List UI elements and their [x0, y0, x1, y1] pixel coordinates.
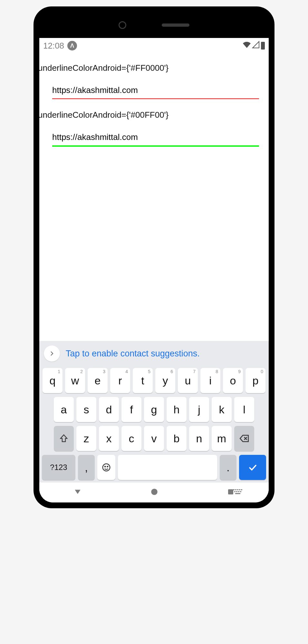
key-x[interactable]: x [99, 426, 119, 451]
svg-rect-10 [234, 491, 236, 492]
key-s[interactable]: s [76, 397, 96, 422]
symbols-key[interactable]: ?123 [42, 455, 75, 480]
key-k[interactable]: k [212, 397, 232, 422]
enter-key[interactable] [239, 455, 266, 480]
speaker-grill [162, 23, 189, 27]
chevron-right-icon[interactable] [44, 345, 60, 362]
text-input-green[interactable] [52, 129, 259, 145]
key-w[interactable]: w2 [65, 368, 85, 393]
suggestion-bar[interactable]: Tap to enable contact suggestions. [39, 341, 269, 366]
svg-rect-8 [239, 489, 240, 490]
keyboard-switch-icon[interactable] [233, 488, 243, 497]
camera-icon [119, 21, 126, 29]
keyboard: Tap to enable contact suggestions. q1w2e… [39, 341, 269, 483]
battery-icon [261, 42, 265, 50]
label-underline-green: underlineColorAndroid={'#00FF00'} [39, 110, 269, 120]
svg-point-0 [103, 464, 110, 471]
svg-point-2 [107, 466, 108, 467]
suggestion-text[interactable]: Tap to enable contact suggestions. [66, 349, 200, 359]
emoji-key[interactable] [97, 455, 115, 480]
phone-inner: 12:08 Λ underlineColorAndroid={'#FF0000'… [39, 12, 269, 502]
key-n[interactable]: n [189, 426, 209, 451]
key-h[interactable]: h [167, 397, 187, 422]
key-q[interactable]: q1 [43, 368, 63, 393]
key-l[interactable]: l [234, 397, 254, 422]
status-right [243, 41, 265, 51]
key-o[interactable]: o9 [223, 368, 243, 393]
svg-rect-7 [237, 489, 238, 490]
svg-rect-13 [240, 491, 241, 492]
key-rows: q1w2e3r4t5y6u7i8o9p0 asdfghjkl zxcvbnm ?… [39, 366, 269, 483]
phone-top-hardware [39, 12, 269, 38]
key-p[interactable]: p0 [245, 368, 265, 393]
key-c[interactable]: c [121, 426, 141, 451]
nav-back-icon[interactable] [73, 488, 82, 497]
svg-rect-6 [235, 489, 236, 490]
svg-rect-11 [236, 491, 237, 492]
period-key[interactable]: . [220, 455, 236, 480]
text-input-red[interactable] [52, 82, 259, 99]
key-f[interactable]: f [121, 397, 141, 422]
key-b[interactable]: b [167, 426, 187, 451]
key-g[interactable]: g [144, 397, 164, 422]
status-left: 12:08 Λ [43, 41, 77, 51]
shift-key[interactable] [54, 426, 74, 451]
key-m[interactable]: m [212, 426, 232, 451]
backspace-key[interactable] [234, 426, 254, 451]
screen: 12:08 Λ underlineColorAndroid={'#FF0000'… [39, 38, 269, 502]
signal-icon [252, 41, 260, 51]
space-key[interactable] [118, 455, 217, 480]
key-u[interactable]: u7 [178, 368, 198, 393]
label-underline-red: underlineColorAndroid={'#FF0000'} [39, 63, 269, 73]
svg-rect-5 [233, 489, 235, 490]
svg-rect-4 [228, 489, 233, 494]
app-badge-icon: Λ [67, 41, 77, 51]
key-r[interactable]: r4 [110, 368, 130, 393]
svg-point-1 [105, 466, 106, 467]
key-v[interactable]: v [144, 426, 164, 451]
nav-home-icon[interactable] [150, 488, 159, 497]
svg-rect-9 [241, 489, 242, 490]
key-d[interactable]: d [99, 397, 119, 422]
app-content: underlineColorAndroid={'#FF0000'} underl… [39, 53, 269, 147]
text-input-green-wrap[interactable] [52, 129, 259, 147]
key-a[interactable]: a [54, 397, 74, 422]
key-j[interactable]: j [189, 397, 209, 422]
phone-frame: 12:08 Λ underlineColorAndroid={'#FF0000'… [34, 6, 274, 508]
key-i[interactable]: i8 [200, 368, 220, 393]
key-y[interactable]: y6 [155, 368, 175, 393]
input-wrap-2 [39, 120, 269, 147]
svg-rect-14 [235, 493, 240, 494]
key-z[interactable]: z [76, 426, 96, 451]
svg-point-3 [151, 489, 158, 495]
key-row-3: zxcvbnm [42, 426, 266, 451]
status-bar: 12:08 Λ [39, 38, 269, 53]
android-nav-bar [39, 483, 269, 502]
key-row-4: ?123 , . [42, 455, 266, 480]
input-wrap-1 [39, 73, 269, 99]
key-row-1: q1w2e3r4t5y6u7i8o9p0 [42, 368, 266, 393]
status-time: 12:08 [43, 41, 64, 51]
key-e[interactable]: e3 [88, 368, 108, 393]
key-t[interactable]: t5 [133, 368, 153, 393]
comma-key[interactable]: , [78, 455, 95, 480]
key-row-2: asdfghjkl [42, 397, 266, 422]
wifi-icon [243, 41, 251, 51]
svg-rect-12 [238, 491, 239, 492]
